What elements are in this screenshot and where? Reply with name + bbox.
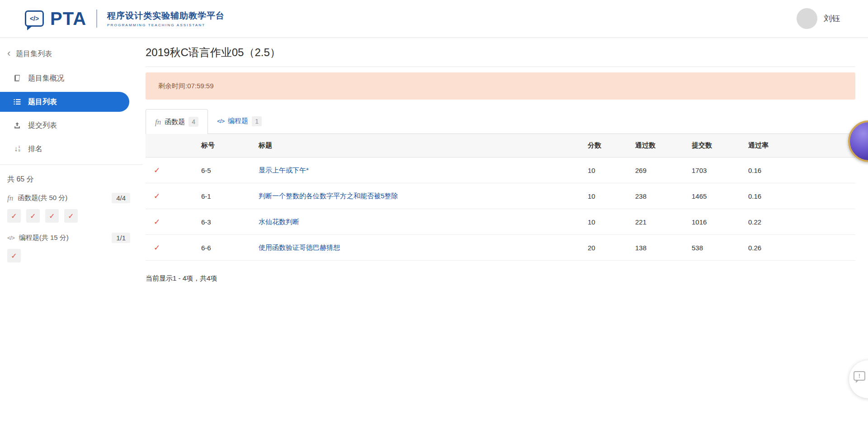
feedback-bubble-icon: ! — [854, 371, 865, 381]
sidebar-item-label: 题目列表 — [28, 97, 57, 107]
tab-coding-problems[interactable]: </> 编程题 1 — [208, 109, 271, 134]
avatar[interactable] — [797, 8, 817, 29]
sidebar-item-overview[interactable]: 题目集概况 — [0, 67, 143, 90]
sidebar-item-label: 题目集概况 — [28, 74, 64, 83]
tab-label: 函数题 — [165, 118, 185, 126]
code-icon: </> — [217, 118, 224, 124]
problem-submissions: 1465 — [692, 192, 748, 200]
user-menu[interactable]: 刘钰 — [797, 8, 840, 29]
problem-score: 10 — [588, 218, 635, 226]
check-icon: ✓ — [146, 243, 201, 253]
fn-icon: fn — [7, 194, 13, 202]
problem-status-check[interactable]: ✓ — [7, 209, 21, 223]
problem-link[interactable]: 使用函数验证哥德巴赫猜想 — [259, 244, 340, 251]
title-divider — [146, 67, 855, 67]
top-bar: </> PTA 程序设计类实验辅助教学平台 PROGRAMMING TEACHI… — [0, 0, 868, 38]
group-label: 编程题(共 15 分) — [19, 234, 69, 242]
fn-icon: fn — [155, 118, 161, 126]
problem-link[interactable]: 水仙花数判断 — [259, 218, 299, 225]
problem-link[interactable]: 判断一个整数的各位数字平方之和能否被5整除 — [259, 192, 398, 200]
function-problems-status-row: ✓ ✓ ✓ ✓ — [7, 209, 136, 223]
table-row: ✓ 6-6 使用函数验证哥德巴赫猜想 20 138 538 0.26 — [146, 235, 855, 261]
problem-score: 20 — [588, 244, 635, 252]
problem-status-check[interactable]: ✓ — [64, 209, 78, 223]
problem-pass-rate: 0.16 — [748, 167, 855, 174]
problem-accepted: 221 — [635, 218, 692, 226]
score-summary: 共 65 分 fn 函数题(共 50 分) 4/4 ✓ ✓ ✓ ✓ </> 编程… — [0, 165, 143, 263]
tab-function-problems[interactable]: fn 函数题 4 — [146, 109, 208, 134]
coding-problems-group: </> 编程题(共 15 分) 1/1 — [7, 231, 136, 244]
feedback-button[interactable]: ! — [849, 360, 868, 398]
col-submissions: 提交数 — [692, 141, 748, 150]
time-remaining-text: 剩余时间:07:59:59 — [158, 82, 214, 91]
check-icon: ✓ — [11, 212, 17, 220]
problem-pass-rate: 0.26 — [748, 244, 855, 252]
check-icon: ✓ — [49, 212, 55, 220]
code-icon: </> — [7, 234, 14, 241]
sidebar-item-submissions[interactable]: 提交列表 — [0, 114, 143, 137]
back-to-problem-sets[interactable]: ‹ 题目集列表 — [0, 44, 143, 64]
platform-title-cn: 程序设计类实验辅助教学平台 — [107, 10, 225, 22]
sidebar-item-problem-list[interactable]: 题目列表 — [0, 92, 129, 112]
brand-text: PTA — [50, 10, 86, 28]
problem-id: 6-1 — [201, 192, 259, 200]
problem-score: 10 — [588, 192, 635, 200]
problem-pass-rate: 0.22 — [748, 218, 855, 226]
problem-accepted: 269 — [635, 167, 692, 174]
table-row: ✓ 6-1 判断一个整数的各位数字平方之和能否被5整除 10 238 1465 … — [146, 183, 855, 209]
problem-score: 10 — [588, 167, 635, 174]
tab-label: 编程题 — [228, 117, 248, 125]
problem-accepted: 138 — [635, 244, 692, 252]
list-icon — [13, 98, 22, 106]
problem-submissions: 1703 — [692, 167, 748, 174]
problem-status-check[interactable]: ✓ — [26, 209, 40, 223]
sort-digit-bottom: 9 — [18, 149, 20, 153]
sidebar-item-label: 提交列表 — [28, 121, 57, 130]
group-label: 函数题(共 50 分) — [18, 194, 67, 202]
col-accepted: 通过数 — [635, 141, 692, 150]
time-remaining-banner: 剩余时间:07:59:59 — [146, 72, 855, 100]
coding-problems-status-row: ✓ — [7, 249, 136, 263]
code-bubble-icon: </> — [25, 10, 44, 27]
problem-id: 6-6 — [201, 244, 259, 252]
sidebar-nav: 题目集概况 题目列表 — [0, 67, 143, 161]
pagination-summary: 当前显示1 - 4项，共4项 — [146, 274, 855, 283]
group-progress-badge: 4/4 — [112, 193, 130, 203]
code-bubble-glyph: </> — [30, 15, 39, 22]
problem-accepted: 238 — [635, 192, 692, 200]
check-icon: ✓ — [146, 191, 201, 201]
problem-status-check[interactable]: ✓ — [45, 209, 59, 223]
page-title: 2019秋C语言作业05（2.5） — [146, 45, 855, 60]
function-problems-group: fn 函数题(共 50 分) 4/4 — [7, 191, 136, 205]
col-score: 分数 — [588, 141, 635, 150]
sidebar: ‹ 题目集列表 题目集概况 — [0, 38, 143, 283]
problem-status-check[interactable]: ✓ — [7, 249, 21, 263]
problem-submissions: 1016 — [692, 218, 748, 226]
check-icon: ✓ — [146, 166, 201, 175]
book-icon — [13, 74, 22, 82]
back-label: 题目集列表 — [16, 49, 52, 59]
logo-divider — [96, 10, 97, 28]
table-row: ✓ 6-3 水仙花数判断 10 221 1016 0.22 — [146, 209, 855, 235]
col-pass-rate: 通过率 — [748, 141, 855, 150]
total-score: 共 65 分 — [7, 172, 136, 186]
pta-logo[interactable]: </> PTA 程序设计类实验辅助教学平台 PROGRAMMING TEACHI… — [25, 10, 225, 28]
platform-title-en: PROGRAMMING TEACHING ASSISTANT — [107, 23, 225, 27]
problem-type-tabs: fn 函数题 4 </> 编程题 1 — [146, 109, 855, 134]
table-row: ✓ 6-5 显示上午或下午* 10 269 1703 0.16 — [146, 158, 855, 183]
problem-link[interactable]: 显示上午或下午* — [259, 166, 309, 174]
problem-submissions: 538 — [692, 244, 748, 252]
sidebar-item-ranking[interactable]: ↓ 1 9 排名 — [0, 137, 143, 161]
table-header: 标号 标题 分数 通过数 提交数 通过率 — [146, 134, 855, 158]
sidebar-item-label: 排名 — [28, 144, 42, 154]
problem-id: 6-5 — [201, 167, 259, 174]
check-icon: ✓ — [30, 212, 36, 220]
check-icon: ✓ — [146, 217, 201, 227]
check-icon: ✓ — [68, 212, 74, 220]
sort-arrow-glyph: ↓ — [14, 145, 18, 153]
col-title: 标题 — [259, 141, 588, 150]
tab-count-badge: 1 — [252, 116, 262, 126]
tab-count-badge: 4 — [189, 117, 198, 127]
group-progress-badge: 1/1 — [112, 233, 130, 243]
user-name: 刘钰 — [824, 13, 840, 24]
